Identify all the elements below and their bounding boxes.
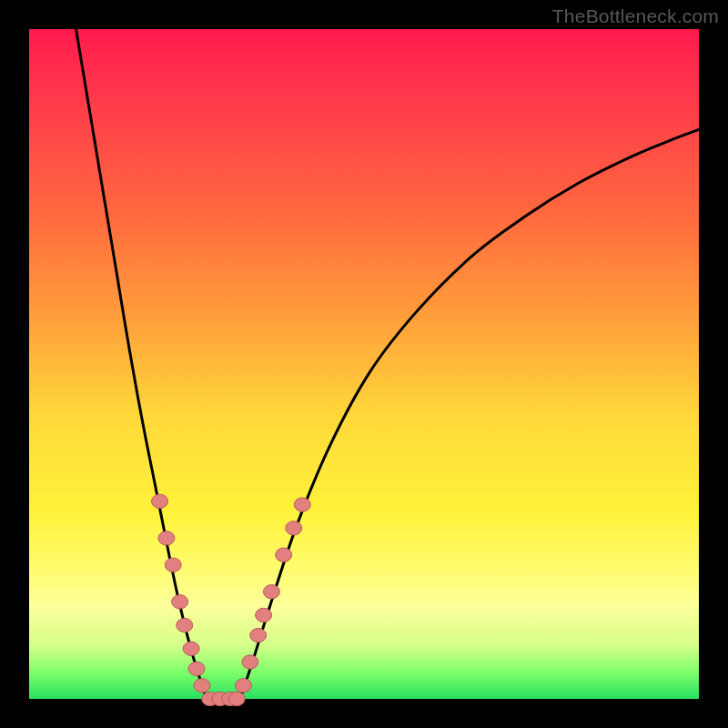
data-marker [152, 494, 168, 508]
data-marker [263, 585, 279, 599]
data-marker [177, 618, 193, 632]
data-marker [242, 655, 258, 669]
watermark-text: TheBottleneck.com [552, 5, 719, 27]
data-marker [276, 548, 292, 561]
data-marker [172, 595, 188, 609]
chart-svg [29, 29, 699, 699]
data-marker [158, 531, 175, 545]
data-marker [188, 662, 205, 675]
bottleneck-curve [76, 29, 699, 703]
data-marker [256, 608, 272, 622]
chart-lines [76, 29, 699, 703]
data-marker [228, 692, 245, 705]
data-marker [286, 521, 302, 535]
data-marker [194, 679, 210, 693]
data-marker [183, 642, 199, 655]
data-marker [250, 628, 267, 642]
chart-frame: TheBottleneck.com [0, 0, 728, 728]
data-marker [294, 498, 310, 511]
chart-markers [152, 494, 311, 705]
chart-plot-area [29, 29, 699, 699]
data-marker [236, 679, 252, 693]
data-marker [165, 558, 181, 571]
